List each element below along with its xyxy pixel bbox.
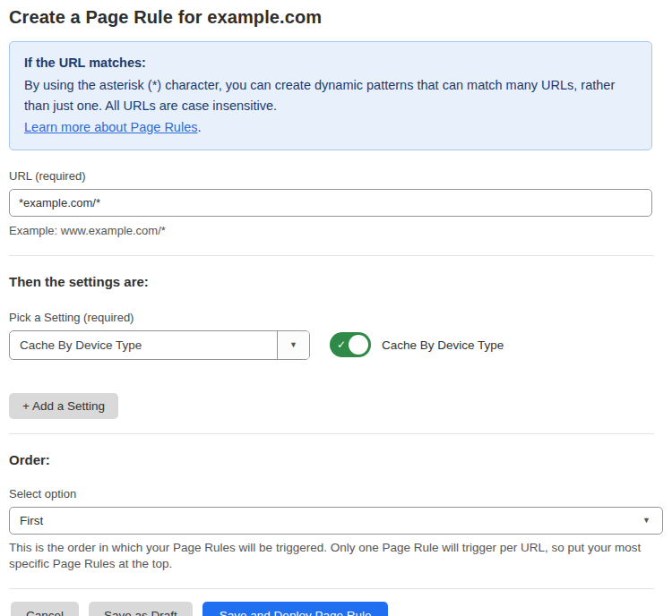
url-field-label: URL (required) [9, 169, 663, 183]
toggle-label: Cache By Device Type [382, 338, 504, 352]
check-icon: ✓ [337, 339, 346, 350]
order-select-label: Select option [9, 487, 663, 500]
order-select-value: First [10, 514, 43, 527]
footer-actions: Cancel Save as Draft Save and Deploy Pag… [9, 602, 663, 616]
add-setting-button[interactable]: + Add a Setting [9, 393, 118, 419]
order-select[interactable]: First ▼ [9, 507, 663, 535]
pick-setting-label: Pick a Setting (required) [9, 311, 663, 324]
setting-select-value: Cache By Device Type [10, 338, 142, 352]
setting-select[interactable]: Cache By Device Type ▼ [9, 330, 310, 360]
info-box-body-text: By using the asterisk (*) character, you… [24, 78, 615, 113]
page-rule-form: Create a Page Rule for example.com If th… [0, 0, 672, 616]
cancel-button[interactable]: Cancel [11, 602, 79, 616]
info-box-body: By using the asterisk (*) character, you… [24, 75, 637, 138]
divider [9, 588, 654, 589]
save-as-draft-button[interactable]: Save as Draft [89, 602, 193, 616]
chevron-down-icon: ▼ [642, 516, 662, 525]
settings-section-heading: Then the settings are: [9, 274, 663, 289]
save-and-deploy-button[interactable]: Save and Deploy Page Rule [202, 602, 389, 616]
url-match-info-box: If the URL matches: By using the asteris… [9, 41, 652, 150]
info-box-heading: If the URL matches: [24, 53, 637, 73]
setting-toggle[interactable]: ✓ [330, 332, 371, 357]
page-title: Create a Page Rule for example.com [9, 7, 663, 28]
order-helper-text: This is the order in which your Page Rul… [9, 540, 663, 572]
learn-more-link[interactable]: Learn more about Page Rules [24, 120, 197, 134]
chevron-down-icon[interactable]: ▼ [277, 331, 309, 359]
url-input[interactable] [9, 189, 652, 217]
divider [9, 433, 654, 434]
link-period: . [197, 120, 201, 134]
setting-row: Cache By Device Type ▼ ✓ Cache By Device… [9, 330, 663, 360]
divider [9, 255, 654, 256]
url-example-helper: Example: www.example.com/* [9, 223, 663, 240]
toggle-knob [349, 335, 368, 355]
order-section-heading: Order: [9, 452, 663, 467]
